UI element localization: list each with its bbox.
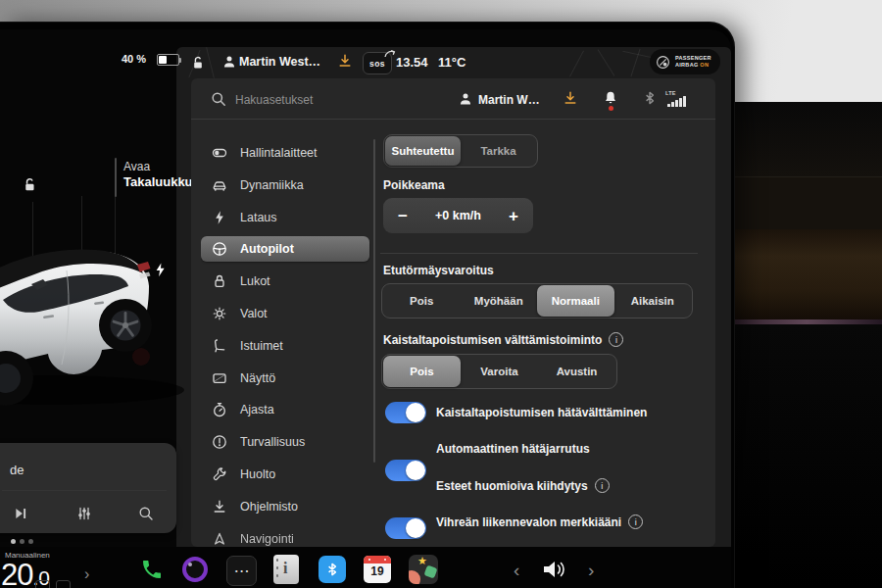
- header-divider: [191, 119, 715, 120]
- forward-collision-label: Etutörmäysvaroitus: [383, 264, 494, 277]
- sidebar-item-lataus[interactable]: Lataus: [201, 205, 369, 230]
- bluetooth-app-icon[interactable]: [318, 556, 346, 583]
- clock: 13.54: [396, 55, 428, 70]
- sidebar-item-ajasta[interactable]: Ajasta: [201, 397, 369, 422]
- calendar-app-icon[interactable]: 19: [364, 556, 391, 583]
- sidebar-label: Huolto: [240, 467, 275, 481]
- app-drawer-icon[interactable]: ⋯: [226, 556, 257, 586]
- driver-profile-icon[interactable]: [221, 54, 237, 70]
- profile-icon[interactable]: [458, 91, 473, 107]
- fcw-option-normaali[interactable]: Normaali: [537, 285, 614, 317]
- track-title[interactable]: de: [10, 463, 24, 477]
- sidebar-item-dynamiikka[interactable]: Dynamiikka: [201, 172, 369, 198]
- speed-mode-segmented-control: Suhteutettu Tarkka: [383, 134, 538, 168]
- volume-icon[interactable]: [542, 560, 567, 579]
- search-icon[interactable]: [211, 91, 226, 107]
- toggle-label-automatic-emergency-braking: Automaattinen hätäjarrutus: [436, 442, 590, 456]
- lda-option-avustin[interactable]: Avustin: [538, 356, 615, 387]
- sidebar-item-lukot[interactable]: Lukot: [201, 269, 369, 294]
- charge-port-bolt-icon[interactable]: [154, 263, 167, 277]
- sidebar-item-ohjelmisto[interactable]: Ohjelmisto: [201, 494, 369, 519]
- info-icon[interactable]: i: [609, 332, 623, 347]
- taillight-glow: [132, 348, 150, 366]
- sidebar-item-hallintalaitteet[interactable]: Hallintalaitteet: [201, 140, 369, 166]
- info-icon[interactable]: i: [628, 514, 643, 529]
- sidebar-scrollbar[interactable]: [373, 139, 375, 463]
- car-icon: [212, 177, 227, 193]
- signal-strength-icon: [667, 96, 686, 107]
- ellipsis-glyph: ⋯: [234, 566, 250, 576]
- sidebar-item-valot[interactable]: Valot: [201, 301, 369, 326]
- sidebar-label: Valot: [240, 307, 268, 320]
- info-icon[interactable]: i: [595, 478, 610, 493]
- toggle-label-text: Vihreän liikennevalon merkkiääni: [436, 515, 621, 529]
- software-update-icon[interactable]: [337, 53, 353, 69]
- software-update-icon[interactable]: [563, 90, 578, 106]
- driver-name[interactable]: Martin West…: [239, 55, 320, 69]
- phone-app-icon[interactable]: [140, 558, 164, 581]
- seat-heater-icon[interactable]: [35, 580, 50, 588]
- profile-name[interactable]: Martin W…: [478, 93, 540, 107]
- fcw-option-aikaisin[interactable]: Aikaisin: [614, 285, 692, 317]
- battery-percent: 40 %: [122, 53, 146, 65]
- map-line: [598, 49, 615, 76]
- toggle-label-lane-departure-emergency: Kaistaltapoistumisen hätävälttäminen: [436, 406, 647, 419]
- toggle-automatic-emergency-braking[interactable]: [385, 460, 426, 481]
- toggle-obstacle-aware-acceleration[interactable]: [385, 517, 426, 539]
- sidebar-label: Turvallisuus: [240, 435, 305, 449]
- trunk-target-label[interactable]: Takaluukku: [123, 174, 193, 189]
- media-search-icon[interactable]: [138, 506, 154, 521]
- unlocked-icon[interactable]: [190, 55, 206, 71]
- airbag-label-line1: PASSENGER: [675, 55, 711, 62]
- car-unlocked-icon[interactable]: [22, 176, 38, 193]
- lda-option-varoita[interactable]: Varoita: [461, 356, 538, 387]
- media-page-indicator[interactable]: [11, 539, 33, 544]
- controls-icon: [212, 145, 227, 161]
- offset-increment-button[interactable]: +: [509, 208, 518, 224]
- sidebar-item-autopilot[interactable]: Autopilot: [201, 236, 369, 262]
- dock-scroll-left-chevron[interactable]: ‹: [514, 561, 519, 579]
- toggle-lane-departure-emergency[interactable]: [385, 402, 426, 423]
- sidebar-item-naytto[interactable]: Näyttö: [201, 366, 369, 391]
- map-line: [206, 47, 215, 77]
- dock-scroll-right-chevron[interactable]: ›: [588, 561, 594, 579]
- sidebar-item-istuimet[interactable]: Istuimet: [201, 333, 369, 359]
- notifications-bell-icon[interactable]: [603, 90, 618, 106]
- media-player-card[interactable]: de: [0, 443, 176, 533]
- fcw-option-pois[interactable]: Pois: [383, 285, 461, 317]
- sidebar-label: Ohjelmisto: [240, 500, 298, 514]
- sidebar-label: Ajasta: [240, 403, 274, 416]
- vehicle-3d-render[interactable]: [0, 221, 209, 432]
- offset-value: +0 km/h: [435, 209, 481, 222]
- sidebar-label: Lataus: [240, 211, 277, 224]
- bluetooth-status-icon[interactable]: [642, 90, 658, 106]
- defrost-icon[interactable]: [56, 580, 71, 588]
- settings-sidebar: Hallintalaitteet Dynamiikka Lataus Autop…: [201, 137, 375, 547]
- toggle-label-text: Kaistaltapoistumisen hätävälttäminen: [436, 406, 647, 419]
- lda-option-pois[interactable]: Pois: [383, 356, 461, 387]
- wrench-icon: [212, 466, 227, 482]
- arcade-app-icon[interactable]: ★: [409, 555, 438, 584]
- camera-app-icon[interactable]: [182, 557, 208, 582]
- download-icon: [212, 499, 227, 514]
- sidebar-item-turvallisuus[interactable]: Turvallisuus: [201, 429, 369, 455]
- search-input[interactable]: Hakuasetukset: [235, 93, 313, 107]
- equalizer-icon[interactable]: [76, 506, 92, 521]
- dashboard-wood-trim: [731, 229, 882, 319]
- next-track-icon[interactable]: [14, 507, 28, 521]
- navigation-icon: [212, 531, 227, 547]
- bolt-icon: [212, 210, 227, 225]
- speed-mode-option-suhteutettu[interactable]: Suhteutettu: [385, 136, 461, 166]
- trunk-action-label[interactable]: Avaa: [123, 160, 150, 173]
- offset-decrement-button[interactable]: −: [398, 208, 408, 224]
- battery-icon: [157, 54, 179, 66]
- fcw-option-myohaan[interactable]: Myöhään: [461, 285, 538, 317]
- toggle-label-text: Automaattinen hätäjarrutus: [436, 442, 590, 456]
- display-icon: [212, 370, 227, 386]
- climate-expand-chevron[interactable]: ›: [84, 566, 89, 582]
- climate-temp-integer: 20: [1, 558, 32, 588]
- notes-app-icon[interactable]: i: [273, 555, 299, 584]
- sidebar-item-navigointi[interactable]: Navigointi: [201, 526, 369, 547]
- speed-mode-option-tarkka[interactable]: Tarkka: [461, 136, 536, 166]
- sidebar-item-huolto[interactable]: Huolto: [201, 462, 369, 487]
